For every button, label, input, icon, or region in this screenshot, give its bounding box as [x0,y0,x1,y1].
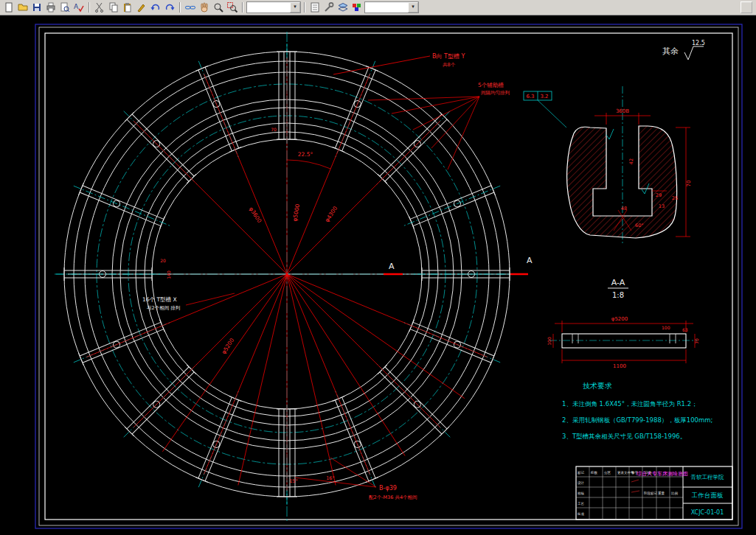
zoom-window-icon [226,1,238,13]
chevron-down-icon: ▾ [408,2,418,13]
section-dim-hright: 70 [694,338,699,344]
callout-aux-sub: 间隔均匀排列 [481,90,510,96]
section-dim-63: 63 [682,327,688,332]
spell-check-button[interactable]: A [72,1,86,13]
dim-slot-140: 140 [166,270,171,279]
toolbar-separator [242,2,243,13]
paste-button[interactable] [121,1,134,13]
save-button[interactable] [30,1,44,13]
svg-text:A: A [74,3,79,10]
app-button[interactable] [741,1,752,13]
layers-icon [337,1,349,13]
cell-zone: 分区 [604,470,611,475]
title-block-drawing-no: XCJC-01-01 [691,509,724,516]
callout-slots-x: 16个 T型槽 X [142,296,177,303]
print-preview-button[interactable] [58,1,72,13]
section-label-a-left: A [389,262,395,271]
section-scale: 1:8 [612,291,624,299]
pan-hand-icon [198,1,210,13]
cell-count: 处数 [591,470,598,475]
title-block-project: 综合大专车床测绘底图 [637,471,688,477]
open-folder-icon [17,1,29,13]
copy-button[interactable] [107,1,120,13]
title-block-part-name: 工作台面板 [691,492,724,499]
print-button[interactable] [44,1,58,13]
toolbar-separator [179,2,181,13]
cell-design: 设计 [578,480,585,485]
tech-req-item-2: 2、采用轧制钢板（GB/T799-1988），板厚100mm; [562,416,712,424]
dim-slot-width: 70 [271,127,277,132]
section-dim-len: 1100 [613,363,626,369]
detail-dim-right: 70 [686,181,692,187]
detail-dim-48: 48 [621,206,627,211]
cut-icon [94,1,105,13]
zoom-button[interactable] [212,1,225,13]
layer-combobox[interactable]: ▾ [246,1,301,13]
cell-process: 工艺 [578,501,585,506]
detail-dim-29: 29 [656,192,662,198]
section-title: A-A [611,278,625,287]
dim-angle-15: 15° [289,478,298,484]
section-label-a-right: A [527,256,533,265]
tools-button[interactable] [322,1,336,13]
cell-stage: 阶段标记 [644,491,658,496]
dim-angle-225: 22.5° [298,151,313,158]
save-icon [31,1,43,13]
detail-dim-42: 42 [628,158,634,164]
properties-button[interactable] [308,1,322,13]
detail-dim-top: 360B [616,108,629,114]
toolbar-separator [304,2,305,13]
zoom-window-button[interactable] [226,1,239,13]
detail-dim-13: 13 [659,203,665,209]
drawing-canvas[interactable]: φ3600 φ5000 φ4300 φ5200 22.5° 15° 16° 70… [0,15,756,535]
section-dim-dia: φ5200 [611,316,628,322]
hyperlink-icon [184,1,196,13]
properties-icon [309,1,321,13]
copy-icon [108,1,119,13]
tech-req-title: 技术要求 [583,382,612,390]
insert-hyperlink-button[interactable] [184,1,197,13]
style-combobox[interactable]: ▾ [364,1,419,13]
roughness-value: 12.5 [692,40,705,46]
chevron-down-icon: ▾ [290,2,300,13]
open-file-button[interactable] [16,1,30,13]
color-control-button[interactable] [350,1,364,13]
drawing-svg: φ3600 φ5000 φ4300 φ5200 22.5° 15° 16° 70… [0,15,756,535]
wrench-icon [323,1,335,13]
cell-mark: 标记 [577,470,585,475]
dim-slot-20: 20 [160,258,166,263]
new-file-button[interactable] [2,1,15,13]
layers-button[interactable] [336,1,350,13]
tech-req-item-3: 3、T型槽其余相关尺寸见 GB/T158-1996。 [562,433,686,440]
cell-check: 校核 [578,492,585,495]
spec-box-value-1: 6.3 [526,94,534,99]
new-file-icon [3,1,15,13]
callout-holes: B-φ39 [379,485,397,492]
zoom-icon [212,1,224,13]
cut-button[interactable] [93,1,106,13]
pan-button[interactable] [198,1,211,13]
toolbar: A ▾ ▾ [0,0,756,15]
tech-req-item-1: 1、未注倒角 1.6X45°，未注圆角半径为 R1.2； [562,400,698,408]
callout-slots-x-sub: 与2个相间 排列 [147,305,181,311]
undo-button[interactable] [149,1,162,13]
undo-icon [150,1,162,13]
print-icon [45,1,57,13]
cell-approve: 批准 [577,512,585,516]
match-properties-button[interactable] [135,1,148,13]
redo-button[interactable] [163,1,176,13]
callout-slot-y: B向 T型槽 Y [432,53,465,60]
toolbar-separator [89,2,90,13]
spec-box-value-2: 3.2 [540,94,548,99]
callout-slot-y-sub: 共8个 [443,62,456,68]
cell-weight: 重量 [658,491,665,495]
spell-check-icon: A [73,1,85,13]
roughness-label: 其余 [662,46,679,56]
title-block-company: 青软工程学院 [691,474,725,480]
paste-icon [122,1,133,13]
print-preview-icon [59,1,71,13]
section-dim-100: 100 [662,325,670,330]
callout-holes-sub: 配2个-M36 共4个相间 [369,494,417,500]
detail-dim-25: 25 [672,195,678,201]
brush-icon [136,1,148,13]
